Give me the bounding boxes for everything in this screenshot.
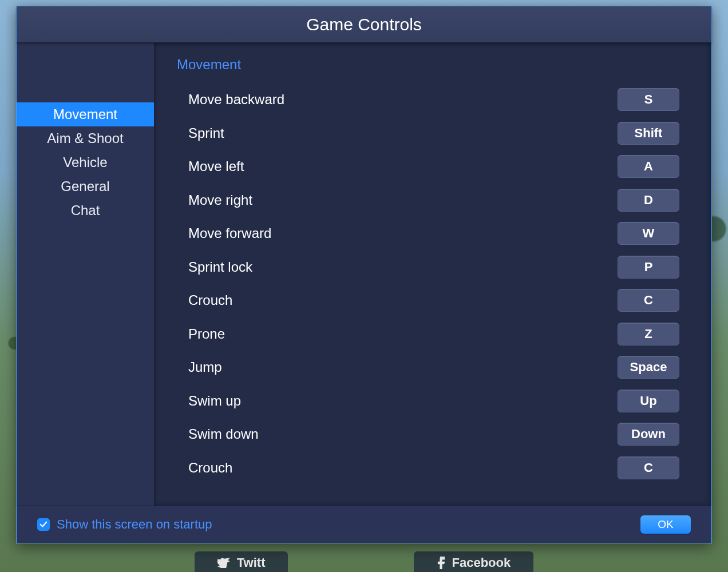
sidebar-item-label: Movement [53,106,117,122]
keybind-button[interactable]: P [618,256,679,279]
sidebar-item-vehicle[interactable]: Vehicle [17,150,154,174]
check-icon [39,521,48,529]
binding-row: Sprint lockP [177,251,679,284]
binding-label: Move backward [188,92,284,108]
background-social-bar: Twitt Facebook [0,551,728,572]
binding-row: Move leftA [177,150,679,184]
section-title: Movement [177,57,679,73]
binding-row: Move rightD [177,184,679,217]
sidebar-item-label: Vehicle [63,154,107,170]
sidebar-item-aim-shoot[interactable]: Aim & Shoot [17,126,154,150]
facebook-icon [437,557,445,569]
binding-row: JumpSpace [177,351,679,384]
sidebar-item-label: General [61,178,109,194]
keybind-button[interactable]: A [618,155,679,178]
keybind-button[interactable]: Space [618,356,679,379]
sidebar-item-chat[interactable]: Chat [17,198,154,223]
binding-row: ProneZ [177,317,679,351]
binding-label: Jump [188,359,222,375]
window-title: Game Controls [306,15,422,34]
keybind-button[interactable]: C [618,456,679,479]
sidebar-item-label: Aim & Shoot [47,130,123,146]
content-panel: Movement Move backwardSSprintShiftMove l… [154,43,711,506]
binding-label: Move right [188,192,252,208]
sidebar: MovementAim & ShootVehicleGeneralChat [17,43,154,506]
binding-row: CrouchC [177,284,679,317]
keybind-button[interactable]: S [618,88,679,111]
binding-row: CrouchC [177,451,679,485]
sidebar-item-label: Chat [71,202,100,219]
sidebar-item-general[interactable]: General [17,174,154,198]
binding-row: SprintShift [177,117,679,150]
bg-social-twitter-label: Twitt [237,555,266,570]
binding-label: Sprint lock [188,259,252,275]
binding-row: Swim downDown [177,418,679,451]
keybind-button[interactable]: W [618,222,679,245]
bindings-list: Move backwardSSprintShiftMove leftAMove … [177,83,679,484]
keybind-button[interactable]: C [618,289,679,312]
binding-label: Prone [188,326,225,342]
keybind-button[interactable]: Up [618,390,679,412]
binding-label: Crouch [188,292,232,308]
sidebar-item-movement[interactable]: Movement [17,102,154,126]
bg-social-facebook: Facebook [414,551,533,572]
twitter-icon [217,558,230,568]
binding-label: Move forward [188,225,271,241]
keybind-button[interactable]: Shift [618,122,679,145]
window-body: MovementAim & ShootVehicleGeneralChat Mo… [17,43,711,506]
binding-label: Crouch [188,460,232,476]
binding-row: Move backwardS [177,83,679,117]
show-on-startup-toggle[interactable]: Show this screen on startup [37,517,212,532]
binding-label: Swim up [188,393,241,409]
binding-label: Sprint [188,125,224,141]
ok-button[interactable]: OK [640,515,691,534]
titlebar: Game Controls [17,6,711,43]
show-on-startup-checkbox[interactable] [37,518,50,531]
show-on-startup-label: Show this screen on startup [57,517,212,532]
keybind-button[interactable]: D [618,189,679,212]
keybind-button[interactable]: Z [618,323,679,345]
binding-label: Move left [188,158,244,174]
keybind-button[interactable]: Down [618,423,679,446]
bg-social-facebook-label: Facebook [452,555,511,570]
binding-row: Move forwardW [177,217,679,251]
bg-social-twitter: Twitt [195,551,288,572]
binding-row: Swim upUp [177,384,679,418]
footer: Show this screen on startup OK [17,506,711,543]
binding-label: Swim down [188,426,259,442]
game-controls-window: Game Controls MovementAim & ShootVehicle… [16,6,712,543]
